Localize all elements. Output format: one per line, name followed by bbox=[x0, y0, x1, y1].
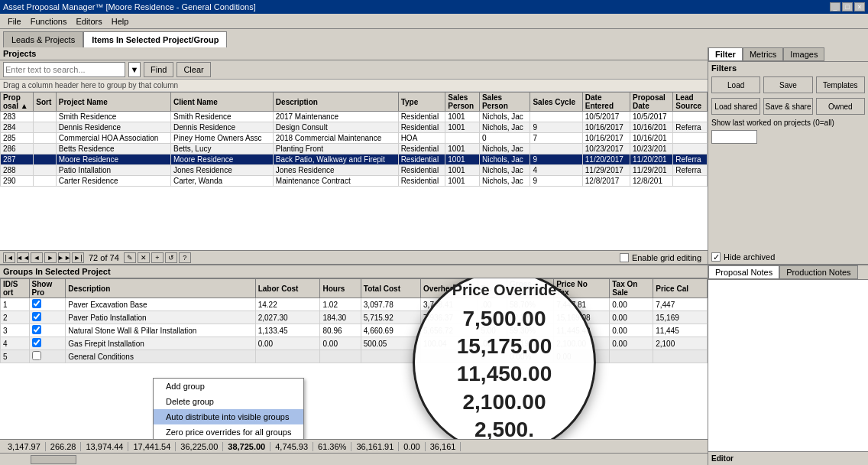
minimize-button[interactable]: _ bbox=[830, 2, 840, 11]
project-row[interactable]: 288Patio IntallationJones ResidenceJones… bbox=[1, 165, 708, 176]
nav-prev[interactable]: ◄ bbox=[31, 252, 43, 263]
tab-items-selected[interactable]: Items In Selected Project/Group bbox=[83, 31, 227, 47]
price-override-value-4: 2,100.00 bbox=[463, 389, 546, 416]
nav-next-page[interactable]: ►► bbox=[58, 252, 70, 263]
load-btn[interactable]: Load bbox=[711, 76, 760, 93]
nav-last[interactable]: ►| bbox=[72, 252, 84, 263]
project-row[interactable]: 287Moore ResidenceMoore ResidenceBack Pa… bbox=[1, 154, 708, 165]
projects-table-container[interactable]: Proposal ▲ Sort Project Name Client Name… bbox=[0, 92, 708, 250]
group-row[interactable]: 5General Conditions00.00%0.00 bbox=[1, 350, 708, 363]
nav-refresh[interactable]: ↺ bbox=[165, 252, 177, 263]
ctx-delete-group[interactable]: Delete group bbox=[154, 394, 303, 409]
filter-tab-images[interactable]: Images bbox=[783, 47, 824, 61]
total-price: 36,225.00 bbox=[176, 442, 223, 451]
ctx-zero-price[interactable]: Zero price overrides for all groups bbox=[154, 424, 303, 439]
notes-tabs: Proposal Notes Production Notes bbox=[708, 265, 868, 280]
groups-table-container[interactable]: ID/Sort ShowPro Description Labor Cost H… bbox=[0, 278, 708, 439]
project-row[interactable]: 283Smith ResidenceSmith Residence2017 Ma… bbox=[1, 112, 708, 122]
menu-file[interactable]: File bbox=[3, 15, 26, 28]
totals-bar: 3,147.97 266.28 13,974.44 17,441.54 36,2… bbox=[0, 439, 708, 453]
total-gross-pct: 61.36% bbox=[313, 442, 351, 451]
hide-archived-label: Hide archived bbox=[724, 252, 775, 262]
context-menu: Add group Delete group Auto distribute i… bbox=[153, 378, 304, 439]
last-worked-row: Show last worked on projects (0=all) bbox=[708, 117, 868, 128]
ctx-auto-distribute[interactable]: Auto distribute into visible groups bbox=[154, 409, 303, 424]
enable-grid-checkbox[interactable] bbox=[620, 253, 629, 262]
price-override-value-3: 11,450.00 bbox=[457, 360, 552, 388]
save-share-btn[interactable]: Save & share bbox=[763, 98, 812, 115]
templates-btn[interactable]: Templates bbox=[816, 76, 865, 93]
col-sales-person1: SalesPerson bbox=[445, 93, 480, 112]
search-input[interactable] bbox=[3, 62, 125, 77]
last-worked-label: Show last worked on projects (0=all) bbox=[711, 119, 834, 127]
hide-archived-checkbox[interactable]: ✓ bbox=[711, 252, 721, 262]
main-tab-bar: Leads & Projects Items In Selected Proje… bbox=[0, 29, 868, 47]
nav-edit2[interactable]: + bbox=[151, 252, 164, 263]
tab-leads-projects[interactable]: Leads & Projects bbox=[3, 31, 83, 47]
nav-prev-page[interactable]: ◄◄ bbox=[17, 252, 29, 263]
filter-btn-row2: Load shared Save & share Owned bbox=[708, 96, 868, 117]
group-row[interactable]: 4Gas Firepit Installation0.000.00500.051… bbox=[1, 337, 708, 350]
close-button[interactable]: × bbox=[854, 2, 865, 11]
total-price-display: 38,725.00 bbox=[223, 442, 270, 451]
tab-production-notes[interactable]: Production Notes bbox=[779, 265, 857, 279]
menu-functions[interactable]: Functions bbox=[26, 15, 72, 28]
load-shared-btn[interactable]: Load shared bbox=[711, 98, 760, 115]
filter-btn-row1: Load Save Templates bbox=[708, 74, 868, 96]
price-override-overlay: Price Override 7,500.00 15,175.00 11,450… bbox=[413, 278, 596, 439]
project-row[interactable]: 290Carter ResidenceCarter, WandaMaintena… bbox=[1, 176, 708, 187]
top-area: Projects ▼ Find Clear Drag a column head… bbox=[0, 47, 868, 265]
total-overhead: 17,441.54 bbox=[128, 442, 176, 451]
find-button[interactable]: Find bbox=[144, 62, 173, 77]
project-row[interactable]: 285Commercial HOA AssociationPiney Home … bbox=[1, 133, 708, 144]
filter-tab-filter[interactable]: Filter bbox=[708, 47, 743, 61]
owned-btn[interactable]: Owned bbox=[816, 98, 865, 115]
gcol-labor: Labor Cost bbox=[255, 279, 320, 298]
gcol-desc: Description bbox=[66, 279, 255, 298]
nav-first[interactable]: |◄ bbox=[3, 252, 15, 263]
col-project-name: Project Name bbox=[56, 93, 170, 112]
projects-table: Proposal ▲ Sort Project Name Client Name… bbox=[0, 92, 708, 187]
col-sort: Sort bbox=[34, 93, 56, 112]
total-cost: 13,974.44 bbox=[81, 442, 128, 451]
search-dropdown[interactable]: ▼ bbox=[128, 62, 141, 77]
maximize-button[interactable]: □ bbox=[842, 2, 853, 11]
menu-editors[interactable]: Editors bbox=[71, 15, 106, 28]
group-row[interactable]: 3Natural Stone Wall & Pillar Installatio… bbox=[1, 324, 708, 337]
gcol-hours: Hours bbox=[320, 279, 361, 298]
group-row[interactable]: 2Paver Patio Installation2,027.30184.305… bbox=[1, 311, 708, 324]
nav-search[interactable]: ? bbox=[179, 252, 191, 263]
col-client-name: Client Name bbox=[171, 93, 274, 112]
bottom-hscroll[interactable] bbox=[0, 453, 708, 465]
nav-next[interactable]: ► bbox=[44, 252, 57, 263]
nav-edit1[interactable]: ✎ bbox=[124, 252, 136, 263]
bottom-area: Groups In Selected Project ID/Sort ShowP… bbox=[0, 265, 868, 465]
groups-header: Groups In Selected Project bbox=[0, 265, 708, 278]
clear-button[interactable]: Clear bbox=[177, 62, 210, 77]
filters-label: Filters bbox=[708, 62, 868, 74]
drag-hint: Drag a column header here to group by th… bbox=[0, 80, 708, 92]
enable-grid-row: Enable grid editing bbox=[617, 252, 704, 263]
col-sales-person2: SalesPerson bbox=[479, 93, 530, 112]
nav-bar: |◄ ◄◄ ◄ ► ►► ►| 72 of 74 ✎ ✕ + ↺ ? Enabl… bbox=[0, 250, 708, 264]
col-proposal: Proposal ▲ bbox=[1, 93, 34, 112]
menu-help[interactable]: Help bbox=[107, 15, 134, 28]
group-row[interactable]: 1Paver Excavation Base14.221.023,097.783… bbox=[1, 298, 708, 311]
gcol-tax: Tax OnSale bbox=[610, 279, 653, 298]
tab-proposal-notes[interactable]: Proposal Notes bbox=[708, 265, 779, 279]
enable-grid-label: Enable grid editing bbox=[632, 253, 701, 262]
total-labor: 3,147.97 bbox=[3, 442, 46, 451]
last-worked-input[interactable]: 0 bbox=[711, 130, 757, 144]
window-controls[interactable]: _ □ × bbox=[830, 2, 865, 11]
groups-table: ID/Sort ShowPro Description Labor Cost H… bbox=[0, 278, 708, 363]
split-view: Projects ▼ Find Clear Drag a column head… bbox=[0, 47, 868, 465]
project-row[interactable]: 286Betts ResidenceBetts, LucyPlanting Fr… bbox=[1, 144, 708, 154]
filter-tab-metrics[interactable]: Metrics bbox=[743, 47, 783, 61]
nav-del[interactable]: ✕ bbox=[138, 252, 150, 263]
app-title: Asset Proposal Manager™ [Moore Residence… bbox=[3, 2, 256, 11]
groups-panel: Groups In Selected Project ID/Sort ShowP… bbox=[0, 265, 708, 465]
col-lead-source: LeadSource bbox=[673, 93, 708, 112]
ctx-add-group[interactable]: Add group bbox=[154, 379, 303, 394]
save-btn[interactable]: Save bbox=[763, 76, 812, 93]
project-row[interactable]: 284Dennis ResidenceDennis ResidenceDesig… bbox=[1, 122, 708, 133]
